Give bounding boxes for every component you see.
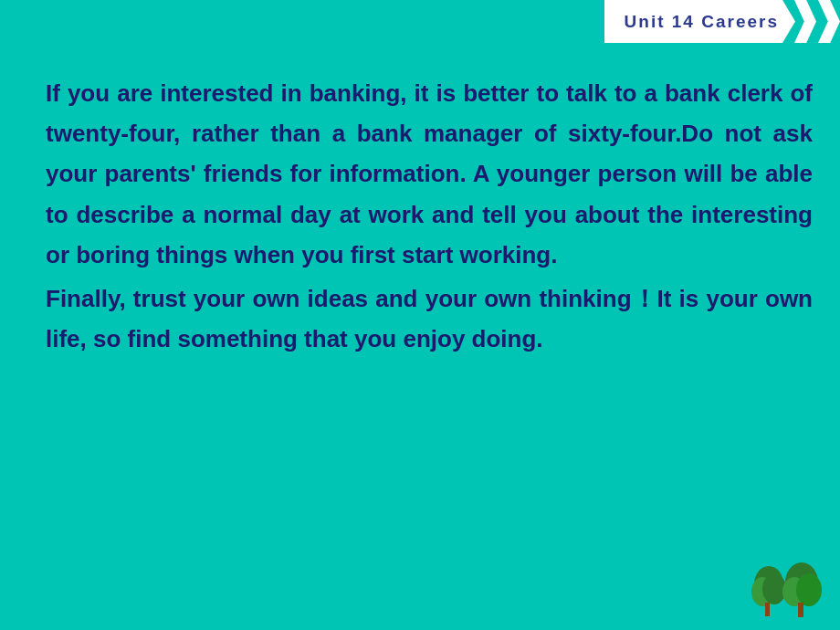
arrow-shape-2 — [818, 0, 840, 43]
header-badge: Unit 14 Careers — [604, 0, 840, 43]
paragraph-2: Finally, trust your own ideas and your o… — [46, 278, 813, 359]
tree-decoration — [749, 557, 822, 621]
double-arrow-decoration — [794, 0, 840, 43]
paragraph-1: If you are interested in banking, it is … — [46, 73, 813, 275]
unit-title: Unit 14 Careers — [625, 12, 779, 32]
svg-rect-3 — [765, 603, 770, 616]
arrow-shape-1 — [794, 0, 816, 43]
tree-svg — [749, 557, 822, 621]
svg-point-6 — [796, 573, 822, 606]
unit-label-box: Unit 14 Careers — [604, 0, 795, 43]
svg-rect-7 — [798, 603, 803, 617]
main-content: If you are interested in banking, it is … — [46, 73, 813, 557]
svg-point-2 — [762, 573, 786, 604]
